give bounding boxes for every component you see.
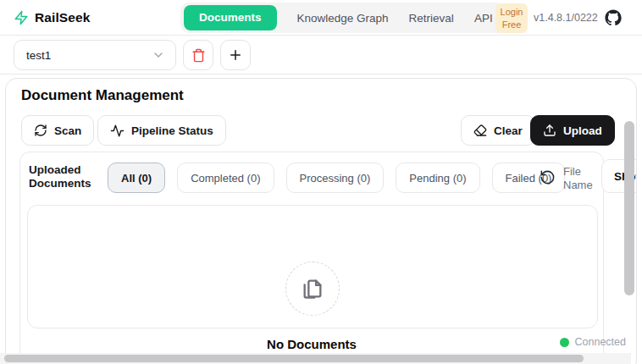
upload-button[interactable]: Upload <box>530 115 615 146</box>
nav-tab-api[interactable]: API <box>474 12 493 25</box>
horizontal-scrollbar[interactable] <box>4 355 584 362</box>
delete-workspace-button[interactable] <box>183 40 213 70</box>
clear-button-label: Clear <box>494 124 523 137</box>
sort-label-line2: Name <box>563 179 604 192</box>
add-workspace-button[interactable] <box>220 40 251 70</box>
vertical-scrollbar[interactable] <box>624 121 634 295</box>
copy-documents-icon <box>301 277 324 301</box>
refresh-icon <box>34 124 47 137</box>
upload-button-label: Upload <box>563 124 602 137</box>
workspace-select-value: test1 <box>26 49 51 62</box>
workspace-bar: test1 <box>0 36 642 74</box>
chevron-down-icon <box>152 48 165 62</box>
nav-tab-retrieval[interactable]: Retrieval <box>409 12 454 25</box>
main-nav: Documents Knowledge Graph Retrieval API <box>180 3 506 33</box>
plus-icon <box>228 47 243 63</box>
uploaded-documents-panel: Uploaded Documents All (0) Completed (0)… <box>19 152 604 364</box>
clear-button[interactable]: Clear <box>461 115 535 146</box>
rotate-ccw-icon[interactable] <box>540 169 556 185</box>
brand-name: RailSeek <box>35 10 90 25</box>
uploaded-label-line2: Documents <box>29 177 108 190</box>
activity-icon <box>110 124 125 138</box>
page-title: Document Management <box>21 87 184 104</box>
tab-processing[interactable]: Processing (0) <box>286 163 385 193</box>
app-window: RailSeek Documents Knowledge Graph Retri… <box>0 0 642 364</box>
scan-button-label: Scan <box>54 124 81 137</box>
app-header: RailSeek Documents Knowledge Graph Retri… <box>0 0 642 36</box>
upload-icon <box>543 124 556 137</box>
sort-by-label: File Name <box>563 165 604 193</box>
document-management-card: Document Management Scan Pipeline Status… <box>5 78 637 364</box>
empty-state-circle <box>285 262 340 316</box>
connection-status: Connected <box>560 336 626 348</box>
version-label: v1.4.8.1/0222 <box>534 0 598 36</box>
horizontal-scrollbar-track <box>0 353 631 364</box>
nav-tab-documents[interactable]: Documents <box>184 5 277 30</box>
login-badge-line2: Free <box>502 19 522 30</box>
brand: RailSeek <box>14 0 90 36</box>
tab-all[interactable]: All (0) <box>108 163 165 193</box>
trash-icon <box>191 48 206 63</box>
document-list-empty-area <box>27 205 598 328</box>
login-badge-line1: Login <box>501 6 523 18</box>
no-documents-message: No Documents <box>20 337 603 351</box>
connected-dot-icon <box>560 338 569 347</box>
nav-tab-knowledge-graph[interactable]: Knowledge Graph <box>297 12 389 25</box>
pipeline-status-label: Pipeline Status <box>131 124 213 137</box>
tab-completed[interactable]: Completed (0) <box>177 163 274 193</box>
eraser-icon <box>473 124 487 137</box>
uploaded-label-line1: Uploaded <box>29 163 108 177</box>
workspace-select[interactable]: test1 <box>14 40 176 70</box>
scan-button[interactable]: Scan <box>21 115 94 146</box>
uploaded-documents-label: Uploaded Documents <box>29 163 108 190</box>
pipeline-status-button[interactable]: Pipeline Status <box>97 115 226 146</box>
zap-icon <box>14 10 29 25</box>
status-filter-tabs: All (0) Completed (0) Processing (0) Pen… <box>108 163 565 193</box>
github-icon[interactable] <box>605 9 622 26</box>
connected-label: Connected <box>575 336 626 348</box>
login-free-badge[interactable]: Login Free <box>495 3 528 33</box>
tab-pending[interactable]: Pending (0) <box>396 163 479 193</box>
sort-label-line1: File <box>563 165 604 179</box>
